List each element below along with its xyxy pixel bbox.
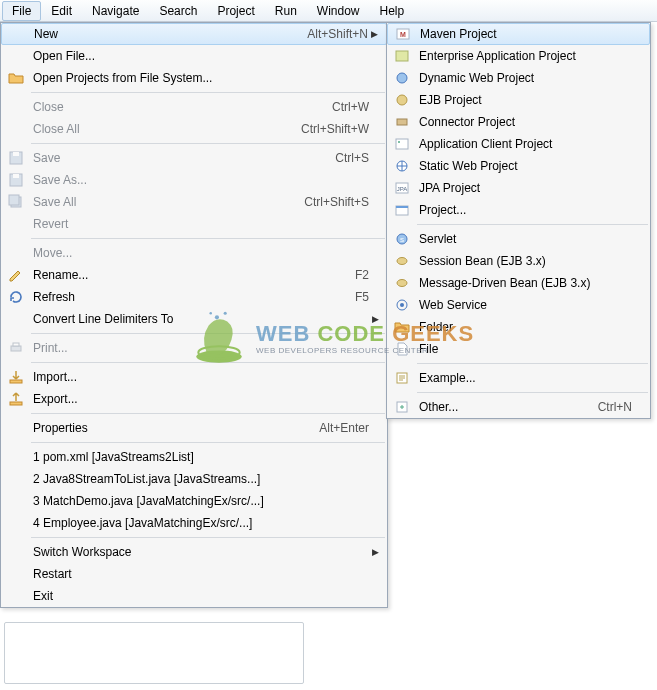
- new-menu-message-driven-bean-ejb-3-x[interactable]: Message-Driven Bean (EJB 3.x): [387, 272, 650, 294]
- menu-separator: [31, 413, 385, 414]
- menu-item-label: Close: [27, 100, 312, 114]
- svg-rect-12: [396, 51, 408, 61]
- blank-icon: [5, 471, 27, 487]
- menubar-navigate[interactable]: Navigate: [82, 1, 149, 21]
- file-menu-revert[interactable]: Revert: [1, 213, 387, 235]
- file-menu-print[interactable]: Print...: [1, 337, 387, 359]
- file-menu-move[interactable]: Move...: [1, 242, 387, 264]
- ejb-icon: [391, 92, 413, 108]
- new-menu-file[interactable]: File: [387, 338, 650, 360]
- file-menu-exit[interactable]: Exit: [1, 585, 387, 607]
- menu-item-label: 3 MatchDemo.java [JavaMatchingEx/src/...…: [27, 494, 369, 508]
- appclient-icon: [391, 136, 413, 152]
- blank-icon: [5, 48, 27, 64]
- file-menu-open-projects-from-file-system[interactable]: Open Projects from File System...: [1, 67, 387, 89]
- menu-separator: [31, 238, 385, 239]
- menu-item-label: Switch Workspace: [27, 545, 369, 559]
- menu-item-label: Maven Project: [414, 27, 631, 41]
- menu-item-label: Static Web Project: [413, 159, 632, 173]
- new-menu-application-client-project[interactable]: Application Client Project: [387, 133, 650, 155]
- file-menu-new[interactable]: NewAlt+Shift+N▶: [1, 23, 387, 45]
- file-menu-export[interactable]: Export...: [1, 388, 387, 410]
- editor-area: [4, 622, 304, 684]
- file-menu-rename[interactable]: Rename...F2: [1, 264, 387, 286]
- svg-rect-8: [10, 380, 22, 383]
- file-menu-convert-line-delimiters-to[interactable]: Convert Line Delimiters To▶: [1, 308, 387, 330]
- menu-item-label: Exit: [27, 589, 369, 603]
- export-icon: [5, 391, 27, 407]
- file-menu-save-as[interactable]: Save As...: [1, 169, 387, 191]
- file-menu-4-employee-java-javamatchingex-src[interactable]: 4 Employee.java [JavaMatchingEx/src/...]: [1, 512, 387, 534]
- blank-icon: [5, 449, 27, 465]
- new-menu-session-bean-ejb-3-x[interactable]: Session Bean (EJB 3.x): [387, 250, 650, 272]
- file-menu-save-all[interactable]: Save AllCtrl+Shift+S: [1, 191, 387, 213]
- blank-icon: [5, 99, 27, 115]
- save-all-icon: [5, 194, 27, 210]
- file-menu-properties[interactable]: PropertiesAlt+Enter: [1, 417, 387, 439]
- menu-item-label: Web Service: [413, 298, 632, 312]
- menu-item-shortcut: Alt+Enter: [299, 421, 369, 435]
- new-menu-maven-project[interactable]: MMaven Project: [387, 23, 650, 45]
- refresh-icon: [5, 289, 27, 305]
- svg-text:M: M: [400, 31, 406, 38]
- menu-item-label: 4 Employee.java [JavaMatchingEx/src/...]: [27, 516, 369, 530]
- file-menu-save[interactable]: SaveCtrl+S: [1, 147, 387, 169]
- new-menu-project[interactable]: Project...: [387, 199, 650, 221]
- file-menu-close[interactable]: CloseCtrl+W: [1, 96, 387, 118]
- menu-item-label: Servlet: [413, 232, 632, 246]
- file-menu-1-pom-xml-javastreams2list[interactable]: 1 pom.xml [JavaStreams2List]: [1, 446, 387, 468]
- blank-icon: [5, 311, 27, 327]
- menu-item-label: Refresh: [27, 290, 335, 304]
- file-menu-3-matchdemo-java-javamatchingex-src[interactable]: 3 MatchDemo.java [JavaMatchingEx/src/...…: [1, 490, 387, 512]
- file-menu-switch-workspace[interactable]: Switch Workspace▶: [1, 541, 387, 563]
- svg-text:S: S: [400, 237, 404, 243]
- file-menu-import[interactable]: Import...: [1, 366, 387, 388]
- menubar-project[interactable]: Project: [207, 1, 264, 21]
- blank-icon: [5, 121, 27, 137]
- new-menu-folder[interactable]: Folder: [387, 316, 650, 338]
- new-menu-enterprise-application-project[interactable]: Enterprise Application Project: [387, 45, 650, 67]
- file-menu-restart[interactable]: Restart: [1, 563, 387, 585]
- menu-item-label: Folder: [413, 320, 632, 334]
- menu-item-shortcut: F5: [335, 290, 369, 304]
- new-menu-ejb-project[interactable]: EJB Project: [387, 89, 650, 111]
- new-menu-web-service[interactable]: Web Service: [387, 294, 650, 316]
- menu-item-label: Export...: [27, 392, 369, 406]
- import-icon: [5, 369, 27, 385]
- menu-item-shortcut: Alt+Shift+N: [287, 27, 368, 41]
- file-menu-2-java8streamtolist-java-javastreams[interactable]: 2 Java8StreamToList.java [JavaStreams...…: [1, 468, 387, 490]
- svg-rect-3: [13, 174, 19, 178]
- print-icon: [5, 340, 27, 356]
- connector-icon: [391, 114, 413, 130]
- new-menu-servlet[interactable]: SServlet: [387, 228, 650, 250]
- menubar-search[interactable]: Search: [149, 1, 207, 21]
- svg-point-14: [397, 95, 407, 105]
- svg-point-28: [400, 303, 404, 307]
- new-menu-jpa-project[interactable]: JPAJPA Project: [387, 177, 650, 199]
- menu-item-label: File: [413, 342, 632, 356]
- other-icon: [391, 399, 413, 415]
- menu-item-label: Properties: [27, 421, 299, 435]
- new-menu-example[interactable]: Example...: [387, 367, 650, 389]
- blank-icon: [6, 26, 28, 42]
- new-menu-dynamic-web-project[interactable]: Dynamic Web Project: [387, 67, 650, 89]
- blank-icon: [5, 493, 27, 509]
- menu-item-label: Revert: [27, 217, 369, 231]
- menubar-run[interactable]: Run: [265, 1, 307, 21]
- blank-icon: [5, 566, 27, 582]
- menubar-help[interactable]: Help: [370, 1, 415, 21]
- file-menu-close-all[interactable]: Close AllCtrl+Shift+W: [1, 118, 387, 140]
- file-menu-open-file[interactable]: Open File...: [1, 45, 387, 67]
- menu-separator: [31, 362, 385, 363]
- file-menu-refresh[interactable]: RefreshF5: [1, 286, 387, 308]
- svg-point-26: [397, 280, 407, 287]
- menubar-file[interactable]: File: [2, 1, 41, 21]
- new-menu-other[interactable]: Other...Ctrl+N: [387, 396, 650, 418]
- menu-item-label: Connector Project: [413, 115, 632, 129]
- new-menu-connector-project[interactable]: Connector Project: [387, 111, 650, 133]
- menu-item-label: Project...: [413, 203, 632, 217]
- menubar-window[interactable]: Window: [307, 1, 370, 21]
- new-menu-static-web-project[interactable]: Static Web Project: [387, 155, 650, 177]
- menu-item-label: Rename...: [27, 268, 335, 282]
- menubar-edit[interactable]: Edit: [41, 1, 82, 21]
